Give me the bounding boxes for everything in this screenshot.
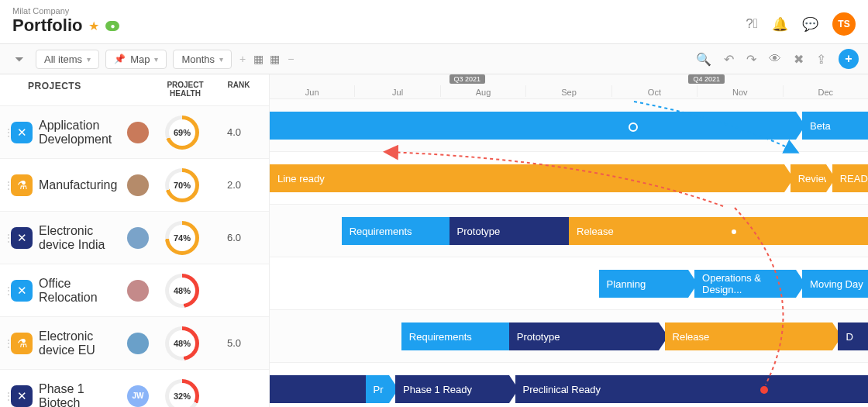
drag-handle-icon[interactable]: ⋮⋮ xyxy=(0,285,9,297)
star-icon[interactable]: ★ xyxy=(88,19,99,33)
owner-avatar[interactable] xyxy=(127,174,149,196)
timeline-bar[interactable]: Prototype xyxy=(450,217,569,245)
bar-label: Requirements xyxy=(409,331,472,343)
timeline-bar[interactable]: Preclinical Ready xyxy=(515,375,868,403)
timeline-bar[interactable] xyxy=(270,112,796,140)
timeline-lane[interactable]: RequirementsPrototypeReleaseD xyxy=(270,310,868,363)
month-label: Nov xyxy=(697,85,782,97)
bar-label: Line ready xyxy=(277,173,325,185)
project-row[interactable]: ⋮⋮ ✕ Electronic device India 74% 6.0 xyxy=(0,212,269,264)
timeline-lane[interactable]: PlanningOperations & Design...Moving Day xyxy=(270,257,868,310)
project-row[interactable]: ⋮⋮ ✕ Phase 1 Biotech JW 32% xyxy=(0,370,269,407)
project-icon: ✕ xyxy=(11,385,33,407)
project-row[interactable]: ⋮⋮ ⚗ Electronic device EU 48% 5.0 xyxy=(0,317,269,370)
timeline-bar[interactable]: D xyxy=(838,322,868,350)
timeline-lane[interactable]: PrPhase 1 ReadyPreclinical Ready xyxy=(270,363,868,407)
timeline-bar[interactable]: READ xyxy=(832,164,868,192)
timeline-bar[interactable]: Requirements xyxy=(401,322,509,350)
add-button[interactable]: + xyxy=(839,49,859,69)
timeline-bar[interactable]: Pr xyxy=(366,375,390,403)
company-name: Milat Company xyxy=(12,6,119,16)
drag-handle-icon[interactable]: ⋮⋮ xyxy=(0,390,9,402)
tools-icon[interactable]: ✖ xyxy=(794,52,804,67)
calendar-range-icon[interactable]: ▦ xyxy=(270,53,280,65)
project-icon: ✕ xyxy=(11,280,33,302)
owner-avatar[interactable] xyxy=(127,333,149,354)
health-ring: 69% xyxy=(165,116,199,150)
rank-value: 2.0 xyxy=(212,179,256,191)
calendar-icon[interactable]: ▦ xyxy=(253,53,264,65)
bar-label: Operations & Design... xyxy=(702,272,796,295)
rank-value: 6.0 xyxy=(212,232,256,243)
page-title: Portfolio xyxy=(12,16,82,36)
project-icon: ✕ xyxy=(11,227,33,249)
timeline-bar[interactable]: Line ready xyxy=(270,164,784,192)
chat-icon[interactable]: 💬 xyxy=(802,16,818,33)
project-row[interactable]: ⋮⋮ ✕ Application Development 69% 4.0 xyxy=(0,106,269,159)
bar-label: Prototype xyxy=(457,226,501,237)
month-label: Jun xyxy=(270,85,354,97)
project-row[interactable]: ⋮⋮ ⚗ Manufacturing 70% 2.0 xyxy=(0,159,269,212)
month-label: Sep xyxy=(525,85,611,97)
owner-avatar[interactable] xyxy=(127,280,149,302)
zoom-out-icon[interactable]: − xyxy=(286,53,295,65)
scale-label: Months xyxy=(181,53,215,65)
health-value: 48% xyxy=(174,339,191,348)
health-ring: 32% xyxy=(165,379,199,408)
scale-dropdown[interactable]: Months ▾ xyxy=(173,50,232,69)
health-value: 69% xyxy=(174,128,191,137)
month-label: Oct xyxy=(611,85,697,97)
user-avatar[interactable]: TS xyxy=(832,12,856,36)
bar-label: Pr xyxy=(374,384,384,395)
timeline-lane[interactable]: Beta xyxy=(270,99,868,152)
project-name: Phase 1 Biotech xyxy=(34,382,127,408)
timeline-bar[interactable]: Prototype xyxy=(509,322,659,350)
owner-avatar[interactable] xyxy=(127,227,149,249)
filter-icon[interactable]: ⏷ xyxy=(9,50,29,68)
drag-handle-icon[interactable]: ⋮⋮ xyxy=(0,179,9,191)
notifications-icon[interactable]: 🔔 xyxy=(772,16,788,33)
timeline-bar[interactable]: Release xyxy=(665,322,832,350)
timeline-bar[interactable]: Operations & Design... xyxy=(694,270,796,298)
timeline-bar[interactable]: Requirements xyxy=(342,217,450,245)
timeline-bar[interactable]: Beta xyxy=(802,112,868,140)
search-icon[interactable]: 🔍 xyxy=(696,52,711,67)
zoom-in-icon[interactable]: + xyxy=(238,53,247,65)
project-name: Electronic device India xyxy=(34,224,127,252)
drag-handle-icon[interactable]: ⋮⋮ xyxy=(0,232,9,244)
milestone-marker[interactable] xyxy=(760,386,768,394)
bar-label: Prototype xyxy=(517,331,560,343)
quarter-label: Q3 2021 xyxy=(450,74,486,84)
drag-handle-icon[interactable]: ⋮⋮ xyxy=(0,126,9,139)
timeline-bar[interactable]: Moving Day xyxy=(802,270,868,298)
timeline-bar[interactable]: Phase 1 Ready xyxy=(395,375,509,403)
timeline-bar[interactable] xyxy=(270,375,366,403)
owner-avatar[interactable] xyxy=(127,122,149,143)
redo-icon[interactable]: ↷ xyxy=(746,52,756,67)
filter-dropdown[interactable]: All items ▾ xyxy=(36,50,99,69)
bar-label: Beta xyxy=(810,120,831,132)
timeline-lane[interactable]: RequirementsPrototypeRelease xyxy=(270,205,868,257)
timeline-lane[interactable]: Line readyReviewREAD xyxy=(270,152,868,205)
bar-label: Planning xyxy=(607,278,646,290)
share-icon[interactable]: ⇪ xyxy=(816,52,826,67)
view-dropdown[interactable]: 📌 Map ▾ xyxy=(105,50,167,69)
help-icon[interactable]: ?⃝ xyxy=(746,16,758,32)
month-label: Aug xyxy=(440,85,525,97)
view-label: Map xyxy=(130,53,150,65)
visibility-icon[interactable]: 👁 xyxy=(769,52,781,66)
health-ring: 74% xyxy=(165,221,199,255)
timeline-bar[interactable]: Release xyxy=(569,217,868,245)
project-row[interactable]: ⋮⋮ ✕ Office Relocation 48% xyxy=(0,264,269,317)
timeline-bar[interactable]: Planning xyxy=(599,270,689,298)
health-value: 74% xyxy=(174,233,191,243)
undo-icon[interactable]: ↶ xyxy=(724,52,734,67)
health-value: 32% xyxy=(174,391,191,401)
chevron-down-icon: ▾ xyxy=(219,55,223,64)
col-health: PROJECT HEALTH xyxy=(155,81,215,98)
timeline-bar[interactable]: Review xyxy=(790,164,826,192)
owner-avatar[interactable]: JW xyxy=(127,385,149,407)
drag-handle-icon[interactable]: ⋮⋮ xyxy=(0,337,9,350)
pin-icon: 📌 xyxy=(114,53,126,64)
project-icon: ⚗ xyxy=(11,333,33,354)
